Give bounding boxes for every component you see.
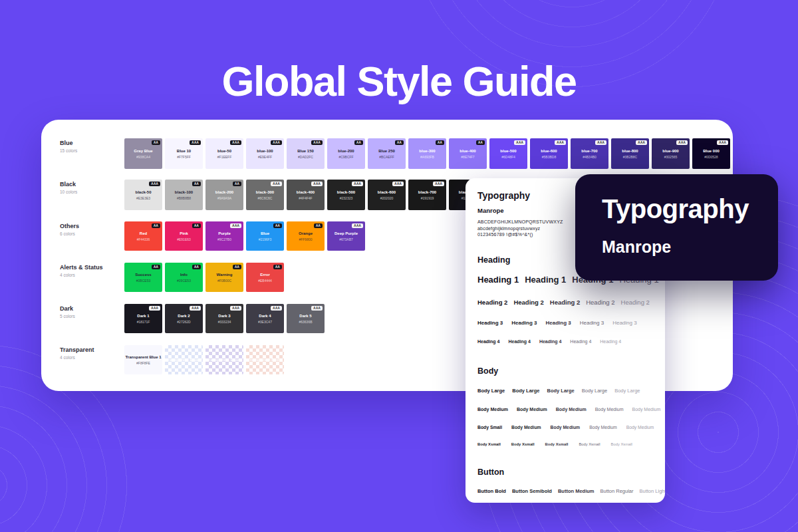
swatch-name: Dark 2 [178, 313, 190, 319]
swatch-hex: #0D0528 [704, 155, 718, 159]
swatch-name: blue-800 [622, 148, 638, 154]
swatch-hex: #3B2B8C [623, 155, 637, 159]
palette-group-count: 10 colors [60, 190, 124, 194]
color-swatch: AAAblack-500#232323 [327, 180, 365, 210]
palette-group-name: Transparent [60, 346, 124, 354]
contrast-badge: AA [152, 265, 160, 269]
contrast-badge: AA [476, 140, 485, 145]
color-swatch: AAAblack-400#4F4F4F [287, 180, 325, 210]
contrast-badge: AAA [352, 182, 363, 186]
palette-group-name: Alerts & Status [60, 264, 124, 271]
palette-row-label: Blue15 colors [60, 138, 124, 153]
type-style-sample: Body Xsmall [545, 442, 569, 446]
type-style-sample: Heading 1 [525, 275, 566, 285]
type-style-sample: Body Xsmall [611, 442, 632, 446]
color-swatch: AAADark 4#3E3C47 [246, 304, 284, 333]
color-swatch: AAError#EB4444 [246, 263, 284, 292]
type-style-sample: Body Xsmall [477, 442, 501, 446]
contrast-badge: AAA [149, 182, 160, 186]
swatch-name: Dark 5 [299, 313, 311, 319]
swatch-name: blue-100 [257, 148, 273, 154]
color-swatch: Transparent Blue 1#F8F8FE [124, 345, 162, 374]
color-swatch: AAADeep Purple#673AB7 [327, 221, 365, 251]
color-swatch: AAblue-200#C9BCFF [327, 138, 365, 169]
type-style-sample: Heading 3 [545, 320, 571, 326]
swatch-hex: #27262D [177, 320, 190, 324]
swatch-hex: #C9BCFF [338, 155, 353, 159]
contrast-badge: AA [192, 265, 201, 269]
contrast-badge: AA [436, 140, 444, 145]
type-style-sample: Button Medium [558, 488, 595, 494]
swatch-hex: #202020 [380, 196, 393, 200]
swatch-hex: #EB4444 [258, 279, 272, 283]
palette-row-label: Transparent4 colors [60, 345, 124, 360]
swatch-list: AAAblack-50#E3E3E3AAblack-100#B8B8B8AAbl… [124, 180, 487, 210]
swatch-hex: #F1EEFF [217, 155, 231, 159]
swatch-hex: #E91E63 [177, 237, 191, 241]
contrast-badge: AAA [636, 140, 647, 145]
color-swatch: AAblue-400#8E74F7 [449, 138, 487, 169]
swatch-hex: #3E3C47 [258, 320, 272, 324]
color-swatch: Transparent Blue 2 [165, 345, 203, 374]
swatch-hex: #FF9800 [299, 237, 312, 241]
contrast-badge: AAA [271, 140, 282, 145]
swatch-name: Deep Purple [334, 231, 358, 236]
contrast-badge: AAA [230, 223, 241, 228]
swatch-name: Blue 250 [378, 148, 395, 154]
swatch-name: Pink [180, 231, 188, 236]
type-style-sample: Heading 2 [477, 299, 507, 306]
palette-group-count: 5 colors [60, 314, 124, 319]
swatch-name: black-700 [418, 190, 436, 195]
color-swatch: AAInfo#09CE53 [165, 263, 203, 292]
swatch-hex: #9C27B0 [217, 237, 231, 241]
type-style-sample: Body Small [477, 425, 502, 430]
color-swatch: AARed#F44336 [124, 221, 162, 251]
type-style-row-body-md: Body MediumBody MediumBody MediumBody Me… [477, 407, 653, 412]
type-style-sample: Heading 3 [580, 320, 604, 326]
swatch-hex: #302565 [664, 155, 677, 159]
swatch-name: black-300 [256, 190, 274, 195]
swatch-name: Success [135, 272, 151, 277]
palette-group-name: Black [60, 181, 124, 188]
contrast-badge: AAA [190, 306, 201, 311]
swatch-hex: #333234 [218, 320, 231, 324]
palette-group-count: 15 colors [60, 148, 124, 153]
swatch-hex: #0BCE53 [136, 279, 150, 283]
swatch-name: Gray Blue [134, 148, 152, 154]
contrast-badge: AAA [271, 306, 282, 311]
swatch-name: Error [260, 272, 270, 277]
type-style-sample: Body Large [582, 388, 607, 394]
swatch-name: Red [140, 231, 147, 236]
swatch-name: blue-700 [581, 148, 597, 154]
type-style-sample: Heading 2 [550, 299, 580, 306]
contrast-badge: AAA [676, 140, 688, 145]
swatch-hex: #8E74F7 [461, 155, 474, 159]
type-style-sample: Heading 4 [570, 339, 591, 344]
swatch-hex: #4B34B0 [583, 155, 597, 159]
color-swatch: AAAblue-900#302565 [652, 138, 690, 169]
swatch-name: Warning [217, 272, 233, 277]
swatch-hex: #A693FB [420, 155, 434, 159]
type-style-sample: Body Large [547, 388, 575, 394]
color-swatch: AAOrange#FF9800 [287, 221, 325, 251]
swatch-list: AASuccess#0BCE53AAInfo#09CE53AAWarning#F… [124, 263, 284, 292]
color-swatch: AABlue 250#BCAEFF [368, 138, 406, 169]
swatch-hex: #18171F [137, 320, 150, 324]
color-swatch: AASuccess#0BCE53 [124, 263, 162, 292]
swatch-list: Transparent Blue 1#F8F8FETransparent Blu… [124, 345, 284, 374]
color-swatch: AAAblack-700#191919 [408, 180, 446, 210]
type-style-sample: Button Light [640, 488, 665, 494]
swatch-name: black-400 [297, 190, 315, 195]
swatch-name: blue-200 [338, 148, 354, 154]
contrast-badge: AAA [230, 306, 241, 311]
swatch-hex: #E3E3E3 [136, 196, 150, 200]
swatch-name: Blue 150 [297, 148, 314, 154]
color-swatch: AAAblue-800#3B2B8C [611, 138, 649, 169]
swatch-hex: #DAD2FC [298, 155, 313, 159]
color-swatch: AAABlue 150#DAD2FC [287, 138, 325, 169]
type-style-row-h4: Heading 4Heading 4Heading 4Heading 4Head… [477, 339, 653, 344]
swatch-hex: #B8B8B8 [177, 196, 191, 200]
palette-row-label: Black10 colors [60, 180, 124, 194]
swatch-list: AARed#F44336AAPink#E91E63AAAPurple#9C27B… [124, 221, 365, 251]
swatch-hex: #6C6C6C [258, 196, 273, 200]
